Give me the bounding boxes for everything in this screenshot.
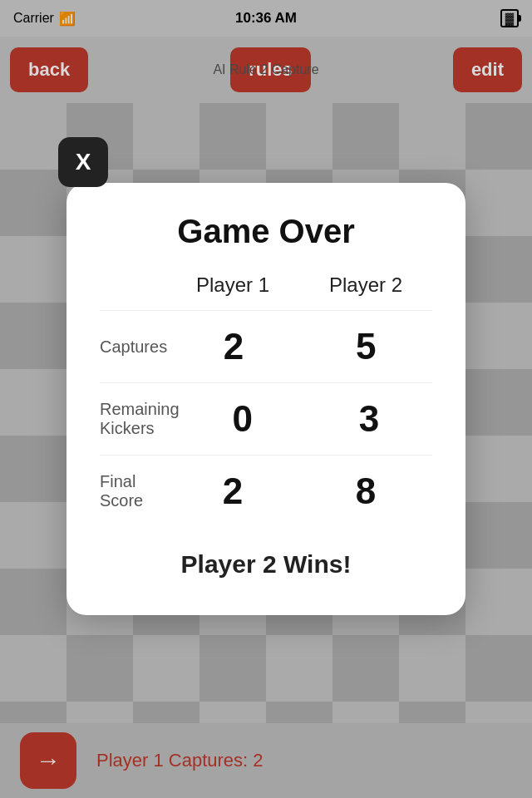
- kickers-row: Remaining Kickers 0 3: [100, 382, 432, 455]
- captures-p1-val: 2: [167, 326, 299, 367]
- modal-overlay: X Game Over Player 1 Player 2 Captures 2…: [0, 0, 532, 798]
- kickers-label: Remaining Kickers: [100, 400, 180, 438]
- players-row: Player 1 Player 2: [100, 273, 432, 297]
- player2-label: Player 2: [299, 273, 432, 297]
- captures-row: Captures 2 5: [100, 310, 432, 382]
- game-over-modal: X Game Over Player 1 Player 2 Captures 2…: [66, 183, 466, 615]
- final-score-p1-val: 2: [166, 470, 299, 512]
- player1-label: Player 1: [166, 273, 299, 297]
- kickers-p1-val: 0: [180, 398, 306, 440]
- close-button[interactable]: X: [58, 137, 108, 187]
- final-score-row: Final Score 2 8: [100, 455, 432, 527]
- modal-title: Game Over: [100, 213, 432, 250]
- final-score-p2-val: 8: [299, 470, 432, 512]
- final-score-label: Final Score: [100, 472, 166, 510]
- captures-p2-val: 5: [300, 326, 432, 367]
- captures-label: Captures: [100, 337, 167, 357]
- kickers-p2-val: 3: [306, 398, 432, 440]
- winner-text: Player 2 Wins!: [100, 550, 432, 579]
